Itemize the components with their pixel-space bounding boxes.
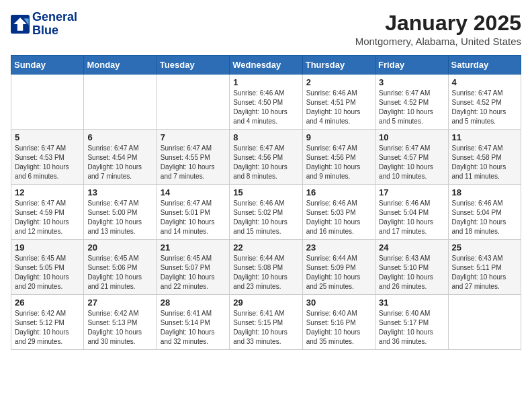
day-number: 16 [306, 187, 371, 197]
day-info: Sunrise: 6:46 AM Sunset: 5:04 PM Dayligh… [452, 199, 517, 236]
weekday-header-row: SundayMondayTuesdayWednesdayThursdayFrid… [11, 56, 521, 75]
day-number: 29 [233, 298, 298, 308]
day-number: 21 [161, 242, 226, 253]
calendar-cell: 8Sunrise: 6:47 AM Sunset: 4:56 PM Daylig… [230, 130, 302, 185]
calendar-cell [448, 295, 521, 350]
calendar-cell: 6Sunrise: 6:47 AM Sunset: 4:54 PM Daylig… [84, 130, 157, 185]
logo-text: General Blue [32, 11, 77, 38]
day-number: 19 [15, 242, 80, 253]
day-info: Sunrise: 6:47 AM Sunset: 5:00 PM Dayligh… [87, 199, 152, 236]
day-info: Sunrise: 6:47 AM Sunset: 5:01 PM Dayligh… [161, 199, 226, 236]
day-info: Sunrise: 6:41 AM Sunset: 5:14 PM Dayligh… [161, 309, 226, 347]
day-info: Sunrise: 6:47 AM Sunset: 4:52 PM Dayligh… [452, 89, 517, 126]
calendar-cell: 14Sunrise: 6:47 AM Sunset: 5:01 PM Dayli… [157, 185, 229, 240]
calendar-cell: 11Sunrise: 6:47 AM Sunset: 4:58 PM Dayli… [448, 130, 521, 185]
calendar: SundayMondayTuesdayWednesdayThursdayFrid… [11, 55, 521, 350]
calendar-cell: 2Sunrise: 6:46 AM Sunset: 4:51 PM Daylig… [302, 75, 375, 130]
day-number: 31 [379, 298, 444, 308]
day-number: 9 [306, 132, 371, 142]
weekday-header-wednesday: Wednesday [230, 56, 302, 75]
calendar-cell: 30Sunrise: 6:40 AM Sunset: 5:16 PM Dayli… [302, 295, 375, 350]
day-info: Sunrise: 6:40 AM Sunset: 5:17 PM Dayligh… [379, 309, 444, 347]
day-number: 6 [87, 132, 152, 142]
calendar-cell: 26Sunrise: 6:42 AM Sunset: 5:12 PM Dayli… [11, 295, 84, 350]
calendar-cell [84, 75, 157, 130]
day-info: Sunrise: 6:45 AM Sunset: 5:06 PM Dayligh… [87, 254, 152, 291]
calendar-cell: 28Sunrise: 6:41 AM Sunset: 5:14 PM Dayli… [157, 295, 229, 350]
calendar-cell: 16Sunrise: 6:46 AM Sunset: 5:03 PM Dayli… [302, 185, 375, 240]
day-info: Sunrise: 6:42 AM Sunset: 5:12 PM Dayligh… [15, 309, 80, 347]
day-info: Sunrise: 6:44 AM Sunset: 5:09 PM Dayligh… [306, 254, 371, 291]
calendar-cell: 7Sunrise: 6:47 AM Sunset: 4:55 PM Daylig… [157, 130, 229, 185]
day-number: 18 [452, 187, 517, 197]
day-number: 17 [379, 187, 444, 197]
calendar-cell: 24Sunrise: 6:43 AM Sunset: 5:10 PM Dayli… [375, 240, 448, 295]
calendar-cell [11, 75, 84, 130]
day-info: Sunrise: 6:47 AM Sunset: 4:52 PM Dayligh… [379, 89, 444, 126]
day-number: 30 [306, 298, 371, 308]
calendar-cell: 25Sunrise: 6:43 AM Sunset: 5:11 PM Dayli… [448, 240, 521, 295]
day-info: Sunrise: 6:45 AM Sunset: 5:05 PM Dayligh… [15, 254, 80, 291]
calendar-cell: 23Sunrise: 6:44 AM Sunset: 5:09 PM Dayli… [302, 240, 375, 295]
title-area: January 2025 Montgomery, Alabama, United… [355, 11, 521, 47]
calendar-cell: 20Sunrise: 6:45 AM Sunset: 5:06 PM Dayli… [84, 240, 157, 295]
location-title: Montgomery, Alabama, United States [355, 36, 521, 47]
calendar-cell: 10Sunrise: 6:47 AM Sunset: 4:57 PM Dayli… [375, 130, 448, 185]
day-info: Sunrise: 6:47 AM Sunset: 4:56 PM Dayligh… [233, 144, 298, 181]
day-number: 10 [379, 132, 444, 142]
day-info: Sunrise: 6:44 AM Sunset: 5:08 PM Dayligh… [233, 254, 298, 291]
calendar-cell: 31Sunrise: 6:40 AM Sunset: 5:17 PM Dayli… [375, 295, 448, 350]
calendar-cell: 19Sunrise: 6:45 AM Sunset: 5:05 PM Dayli… [11, 240, 84, 295]
week-row-0: 1Sunrise: 6:46 AM Sunset: 4:50 PM Daylig… [11, 75, 521, 130]
day-info: Sunrise: 6:47 AM Sunset: 4:54 PM Dayligh… [87, 144, 152, 181]
day-info: Sunrise: 6:41 AM Sunset: 5:15 PM Dayligh… [233, 309, 298, 347]
day-number: 20 [87, 242, 152, 253]
day-info: Sunrise: 6:43 AM Sunset: 5:11 PM Dayligh… [452, 254, 517, 291]
weekday-header-saturday: Saturday [448, 56, 521, 75]
weekday-header-monday: Monday [84, 56, 157, 75]
day-number: 25 [452, 242, 517, 253]
calendar-cell [157, 75, 229, 130]
calendar-cell: 3Sunrise: 6:47 AM Sunset: 4:52 PM Daylig… [375, 75, 448, 130]
calendar-cell: 21Sunrise: 6:45 AM Sunset: 5:07 PM Dayli… [157, 240, 229, 295]
logo-line2: Blue [32, 24, 77, 38]
day-number: 1 [233, 77, 298, 87]
week-row-4: 26Sunrise: 6:42 AM Sunset: 5:12 PM Dayli… [11, 295, 521, 350]
calendar-cell: 4Sunrise: 6:47 AM Sunset: 4:52 PM Daylig… [448, 75, 521, 130]
week-row-1: 5Sunrise: 6:47 AM Sunset: 4:53 PM Daylig… [11, 130, 521, 185]
day-info: Sunrise: 6:45 AM Sunset: 5:07 PM Dayligh… [161, 254, 226, 291]
calendar-cell: 17Sunrise: 6:46 AM Sunset: 5:04 PM Dayli… [375, 185, 448, 240]
calendar-cell: 5Sunrise: 6:47 AM Sunset: 4:53 PM Daylig… [11, 130, 84, 185]
weekday-header-sunday: Sunday [11, 56, 84, 75]
day-info: Sunrise: 6:46 AM Sunset: 4:50 PM Dayligh… [233, 89, 298, 126]
logo-icon [11, 15, 30, 34]
day-info: Sunrise: 6:47 AM Sunset: 4:58 PM Dayligh… [452, 144, 517, 181]
weekday-header-tuesday: Tuesday [157, 56, 229, 75]
day-info: Sunrise: 6:42 AM Sunset: 5:13 PM Dayligh… [87, 309, 152, 347]
logo-line1: General [32, 11, 77, 24]
day-info: Sunrise: 6:47 AM Sunset: 4:57 PM Dayligh… [379, 144, 444, 181]
header: General Blue January 2025 Montgomery, Al… [11, 11, 521, 47]
day-info: Sunrise: 6:46 AM Sunset: 4:51 PM Dayligh… [306, 89, 371, 126]
day-info: Sunrise: 6:47 AM Sunset: 4:53 PM Dayligh… [15, 144, 80, 181]
calendar-cell: 12Sunrise: 6:47 AM Sunset: 4:59 PM Dayli… [11, 185, 84, 240]
calendar-cell: 22Sunrise: 6:44 AM Sunset: 5:08 PM Dayli… [230, 240, 302, 295]
day-info: Sunrise: 6:46 AM Sunset: 5:03 PM Dayligh… [306, 199, 371, 236]
day-number: 12 [15, 187, 80, 197]
day-info: Sunrise: 6:43 AM Sunset: 5:10 PM Dayligh… [379, 254, 444, 291]
week-row-2: 12Sunrise: 6:47 AM Sunset: 4:59 PM Dayli… [11, 185, 521, 240]
day-info: Sunrise: 6:46 AM Sunset: 5:04 PM Dayligh… [379, 199, 444, 236]
calendar-cell: 18Sunrise: 6:46 AM Sunset: 5:04 PM Dayli… [448, 185, 521, 240]
logo: General Blue [11, 11, 77, 38]
day-number: 26 [15, 298, 80, 308]
month-title: January 2025 [355, 11, 521, 36]
day-number: 11 [452, 132, 517, 142]
day-info: Sunrise: 6:47 AM Sunset: 4:55 PM Dayligh… [161, 144, 226, 181]
day-number: 15 [233, 187, 298, 197]
day-number: 27 [87, 298, 152, 308]
day-number: 7 [161, 132, 226, 142]
day-number: 28 [161, 298, 226, 308]
day-number: 5 [15, 132, 80, 142]
weekday-header-thursday: Thursday [302, 56, 375, 75]
weekday-header-friday: Friday [375, 56, 448, 75]
